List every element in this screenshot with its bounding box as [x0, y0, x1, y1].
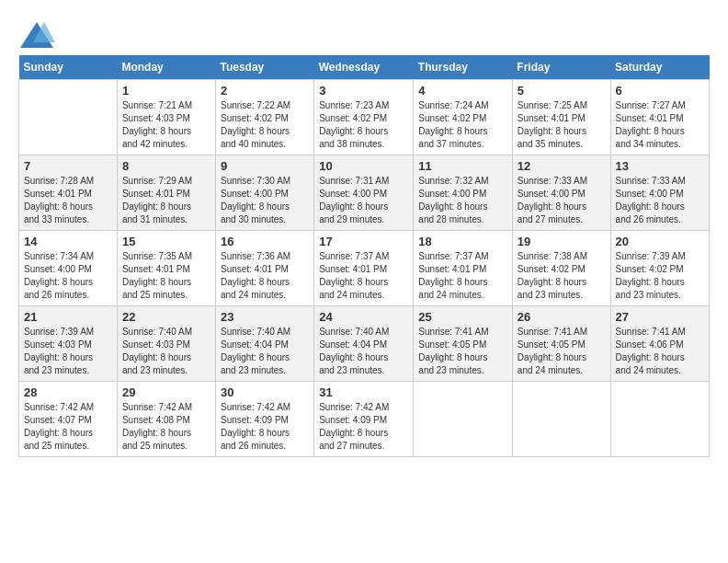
- day-info: Sunrise: 7:42 AM Sunset: 4:09 PM Dayligh…: [221, 401, 309, 453]
- calendar-cell: 2Sunrise: 7:22 AM Sunset: 4:02 PM Daylig…: [215, 80, 313, 155]
- day-number: 9: [221, 159, 309, 173]
- calendar-cell: 9Sunrise: 7:30 AM Sunset: 4:00 PM Daylig…: [215, 155, 313, 231]
- calendar-cell: 7Sunrise: 7:28 AM Sunset: 4:01 PM Daylig…: [19, 155, 118, 231]
- day-info: Sunrise: 7:42 AM Sunset: 4:09 PM Dayligh…: [319, 401, 408, 453]
- day-info: Sunrise: 7:23 AM Sunset: 4:02 PM Dayligh…: [319, 99, 408, 151]
- weekday-header-thursday: Thursday: [414, 55, 513, 80]
- day-number: 22: [122, 310, 210, 324]
- day-number: 14: [24, 235, 112, 248]
- day-number: 27: [616, 310, 704, 324]
- calendar-cell: 31Sunrise: 7:42 AM Sunset: 4:09 PM Dayli…: [314, 382, 414, 457]
- calendar-cell: 29Sunrise: 7:42 AM Sunset: 4:08 PM Dayli…: [117, 382, 215, 457]
- weekday-header-saturday: Saturday: [610, 55, 709, 80]
- calendar-cell: 6Sunrise: 7:27 AM Sunset: 4:01 PM Daylig…: [610, 80, 709, 155]
- weekday-header-sunday: Sunday: [19, 55, 118, 80]
- day-number: 23: [221, 310, 309, 324]
- day-info: Sunrise: 7:28 AM Sunset: 4:01 PM Dayligh…: [24, 175, 112, 226]
- calendar-table: SundayMondayTuesdayWednesdayThursdayFrid…: [18, 55, 710, 457]
- calendar-cell: 8Sunrise: 7:29 AM Sunset: 4:01 PM Daylig…: [117, 155, 215, 231]
- calendar-cell: [610, 382, 709, 457]
- calendar-cell: 26Sunrise: 7:41 AM Sunset: 4:05 PM Dayli…: [512, 306, 610, 382]
- day-number: 15: [122, 235, 210, 248]
- day-info: Sunrise: 7:27 AM Sunset: 4:01 PM Dayligh…: [616, 99, 704, 151]
- day-number: 21: [24, 310, 112, 324]
- day-info: Sunrise: 7:37 AM Sunset: 4:01 PM Dayligh…: [319, 250, 408, 302]
- calendar-cell: 21Sunrise: 7:39 AM Sunset: 4:03 PM Dayli…: [19, 306, 118, 382]
- day-info: Sunrise: 7:36 AM Sunset: 4:01 PM Dayligh…: [221, 250, 309, 302]
- day-info: Sunrise: 7:32 AM Sunset: 4:00 PM Dayligh…: [418, 175, 507, 226]
- day-info: Sunrise: 7:25 AM Sunset: 4:01 PM Dayligh…: [518, 99, 606, 151]
- calendar-cell: 19Sunrise: 7:38 AM Sunset: 4:02 PM Dayli…: [512, 231, 610, 306]
- weekday-header-friday: Friday: [512, 55, 610, 80]
- day-info: Sunrise: 7:40 AM Sunset: 4:04 PM Dayligh…: [221, 326, 309, 377]
- day-info: Sunrise: 7:42 AM Sunset: 4:07 PM Dayligh…: [24, 401, 112, 453]
- day-number: 17: [319, 235, 408, 248]
- day-number: 31: [319, 385, 408, 399]
- day-info: Sunrise: 7:30 AM Sunset: 4:00 PM Dayligh…: [221, 175, 309, 226]
- calendar-cell: 20Sunrise: 7:39 AM Sunset: 4:02 PM Dayli…: [610, 231, 709, 306]
- day-number: 2: [221, 84, 309, 98]
- day-info: Sunrise: 7:38 AM Sunset: 4:02 PM Dayligh…: [518, 250, 606, 302]
- day-number: 25: [418, 310, 507, 324]
- day-number: 1: [122, 84, 210, 98]
- day-info: Sunrise: 7:31 AM Sunset: 4:00 PM Dayligh…: [319, 175, 408, 226]
- day-number: 6: [616, 84, 704, 98]
- calendar-cell: [19, 80, 118, 155]
- day-number: 29: [122, 385, 210, 399]
- calendar-cell: 18Sunrise: 7:37 AM Sunset: 4:01 PM Dayli…: [414, 231, 513, 306]
- calendar-cell: [414, 382, 513, 457]
- weekday-header-tuesday: Tuesday: [215, 55, 313, 80]
- day-number: 3: [319, 84, 408, 98]
- weekday-header-wednesday: Wednesday: [314, 55, 414, 80]
- calendar-cell: 27Sunrise: 7:41 AM Sunset: 4:06 PM Dayli…: [610, 306, 709, 382]
- day-info: Sunrise: 7:21 AM Sunset: 4:03 PM Dayligh…: [122, 99, 210, 151]
- calendar-cell: 3Sunrise: 7:23 AM Sunset: 4:02 PM Daylig…: [314, 80, 414, 155]
- calendar-cell: 25Sunrise: 7:41 AM Sunset: 4:05 PM Dayli…: [414, 306, 513, 382]
- day-info: Sunrise: 7:29 AM Sunset: 4:01 PM Dayligh…: [122, 175, 210, 226]
- day-number: 8: [122, 159, 210, 173]
- calendar-cell: [512, 382, 610, 457]
- day-info: Sunrise: 7:39 AM Sunset: 4:02 PM Dayligh…: [616, 250, 704, 302]
- day-number: 18: [418, 235, 507, 248]
- day-number: 7: [24, 159, 112, 173]
- calendar-cell: 13Sunrise: 7:33 AM Sunset: 4:00 PM Dayli…: [610, 155, 709, 231]
- day-number: 16: [221, 235, 309, 248]
- calendar-cell: 10Sunrise: 7:31 AM Sunset: 4:00 PM Dayli…: [314, 155, 414, 231]
- day-number: 28: [24, 385, 112, 399]
- calendar-cell: 16Sunrise: 7:36 AM Sunset: 4:01 PM Dayli…: [215, 231, 313, 306]
- day-number: 11: [418, 159, 507, 173]
- calendar-cell: 1Sunrise: 7:21 AM Sunset: 4:03 PM Daylig…: [117, 80, 215, 155]
- day-number: 12: [518, 159, 606, 173]
- calendar-cell: 15Sunrise: 7:35 AM Sunset: 4:01 PM Dayli…: [117, 231, 215, 306]
- calendar-cell: 14Sunrise: 7:34 AM Sunset: 4:00 PM Dayli…: [19, 231, 118, 306]
- day-number: 24: [319, 310, 408, 324]
- calendar-cell: 17Sunrise: 7:37 AM Sunset: 4:01 PM Dayli…: [314, 231, 414, 306]
- weekday-header-monday: Monday: [117, 55, 215, 80]
- day-info: Sunrise: 7:33 AM Sunset: 4:00 PM Dayligh…: [518, 175, 606, 226]
- day-info: Sunrise: 7:24 AM Sunset: 4:02 PM Dayligh…: [418, 99, 507, 151]
- calendar-cell: 11Sunrise: 7:32 AM Sunset: 4:00 PM Dayli…: [414, 155, 513, 231]
- day-info: Sunrise: 7:22 AM Sunset: 4:02 PM Dayligh…: [221, 99, 309, 151]
- day-info: Sunrise: 7:42 AM Sunset: 4:08 PM Dayligh…: [122, 401, 210, 453]
- day-number: 30: [221, 385, 309, 399]
- day-info: Sunrise: 7:35 AM Sunset: 4:01 PM Dayligh…: [122, 250, 210, 302]
- calendar-cell: 28Sunrise: 7:42 AM Sunset: 4:07 PM Dayli…: [19, 382, 118, 457]
- calendar-cell: 24Sunrise: 7:40 AM Sunset: 4:04 PM Dayli…: [314, 306, 414, 382]
- calendar-cell: 23Sunrise: 7:40 AM Sunset: 4:04 PM Dayli…: [215, 306, 313, 382]
- calendar-cell: 30Sunrise: 7:42 AM Sunset: 4:09 PM Dayli…: [215, 382, 313, 457]
- day-number: 13: [616, 159, 704, 173]
- day-number: 10: [319, 159, 408, 173]
- day-info: Sunrise: 7:41 AM Sunset: 4:05 PM Dayligh…: [518, 326, 606, 377]
- logo: [18, 18, 48, 46]
- day-number: 5: [518, 84, 606, 98]
- logo-icon: [18, 18, 46, 46]
- day-number: 26: [518, 310, 606, 324]
- day-number: 4: [418, 84, 507, 98]
- page-header: [18, 18, 710, 46]
- calendar-cell: 22Sunrise: 7:40 AM Sunset: 4:03 PM Dayli…: [117, 306, 215, 382]
- calendar-cell: 12Sunrise: 7:33 AM Sunset: 4:00 PM Dayli…: [512, 155, 610, 231]
- calendar-cell: 5Sunrise: 7:25 AM Sunset: 4:01 PM Daylig…: [512, 80, 610, 155]
- day-number: 20: [616, 235, 704, 248]
- day-info: Sunrise: 7:40 AM Sunset: 4:03 PM Dayligh…: [122, 326, 210, 377]
- day-info: Sunrise: 7:37 AM Sunset: 4:01 PM Dayligh…: [418, 250, 507, 302]
